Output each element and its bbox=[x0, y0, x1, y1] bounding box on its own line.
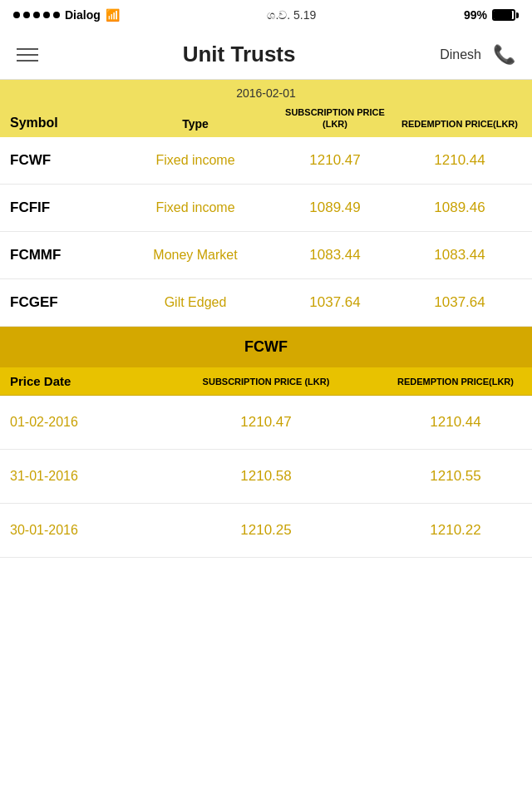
cell-sub: 1210.47 bbox=[273, 152, 397, 169]
table-date: 2016-02-01 bbox=[10, 86, 522, 103]
nav-bar: Unit Trusts Dinesh 📞 bbox=[0, 30, 532, 80]
table-row[interactable]: FCMMF Money Market 1083.44 1083.44 bbox=[0, 232, 532, 279]
signal-dots bbox=[13, 12, 60, 18]
detail-body: 01-02-2016 1210.47 1210.44 31-01-2016 12… bbox=[0, 396, 532, 558]
user-label: Dinesh bbox=[440, 47, 481, 62]
dcell-red: 1210.44 bbox=[389, 414, 522, 431]
table-row[interactable]: FCFIF Fixed income 1089.49 1089.46 bbox=[0, 185, 532, 232]
cell-symbol: FCGEF bbox=[10, 294, 118, 311]
table-header-area: 2016-02-01 Symbol Type SUBSCRIPTION PRIC… bbox=[0, 80, 532, 137]
cell-red: 1210.44 bbox=[397, 152, 522, 169]
dcol-sub-header: SUBSCRIPTION PRICE (LKR) bbox=[143, 376, 389, 387]
dcell-sub: 1210.47 bbox=[143, 414, 389, 431]
status-bar: Dialog 📶 ශ.ව. 5.19 99% bbox=[0, 0, 532, 30]
dcell-red: 1210.55 bbox=[389, 468, 522, 485]
detail-row[interactable]: 01-02-2016 1210.47 1210.44 bbox=[0, 396, 532, 450]
cell-symbol: FCWF bbox=[10, 152, 118, 169]
cell-symbol: FCFIF bbox=[10, 200, 118, 216]
battery-label: 99% bbox=[464, 8, 487, 22]
table-row[interactable]: FCWF Fixed income 1210.47 1210.44 bbox=[0, 137, 532, 185]
cell-sub: 1083.44 bbox=[273, 247, 397, 264]
col-symbol-header: Symbol bbox=[10, 116, 118, 131]
col-type-header: Type bbox=[118, 117, 273, 131]
dcol-red-header: REDEMPTION PRICE(LKR) bbox=[389, 376, 522, 387]
cell-red: 1089.46 bbox=[397, 200, 522, 216]
detail-symbol: FCWF bbox=[244, 338, 288, 355]
dcell-sub: 1210.58 bbox=[143, 468, 389, 485]
cell-red: 1083.44 bbox=[397, 247, 522, 264]
time-label: ශ.ව. 5.19 bbox=[267, 8, 316, 22]
detail-row[interactable]: 31-01-2016 1210.58 1210.55 bbox=[0, 450, 532, 504]
dcell-date: 31-01-2016 bbox=[10, 469, 143, 484]
phone-icon[interactable]: 📞 bbox=[493, 44, 515, 66]
cell-sub: 1037.64 bbox=[273, 294, 397, 311]
col-red-header: REDEMPTION PRICE(LKR) bbox=[397, 118, 522, 130]
cell-red: 1037.64 bbox=[397, 294, 522, 311]
battery-icon bbox=[492, 9, 519, 21]
table-header-row: Symbol Type SUBSCRIPTION PRICE (LKR) RED… bbox=[10, 103, 522, 137]
wifi-icon: 📶 bbox=[106, 8, 120, 22]
cell-sub: 1089.49 bbox=[273, 200, 397, 216]
status-left: Dialog 📶 bbox=[13, 8, 120, 22]
cell-symbol: FCMMF bbox=[10, 247, 118, 264]
table-row[interactable]: FCGEF Gilt Edged 1037.64 1037.64 bbox=[0, 279, 532, 327]
dcell-date: 30-01-2016 bbox=[10, 523, 143, 538]
cell-type: Fixed income bbox=[118, 153, 273, 168]
detail-row[interactable]: 30-01-2016 1210.25 1210.22 bbox=[0, 504, 532, 558]
page-title: Unit Trusts bbox=[183, 42, 296, 67]
carrier-label: Dialog bbox=[65, 8, 101, 22]
dcell-date: 01-02-2016 bbox=[10, 415, 143, 430]
nav-right: Dinesh 📞 bbox=[440, 44, 515, 66]
cell-type: Fixed income bbox=[118, 200, 273, 215]
menu-button[interactable] bbox=[17, 48, 38, 62]
table-body: FCWF Fixed income 1210.47 1210.44 FCFIF … bbox=[0, 137, 532, 327]
dcell-sub: 1210.25 bbox=[143, 522, 389, 539]
status-right: 99% bbox=[464, 8, 519, 22]
detail-header: FCWF bbox=[0, 327, 532, 367]
detail-col-header: Price Date SUBSCRIPTION PRICE (LKR) REDE… bbox=[0, 367, 532, 396]
cell-type: Gilt Edged bbox=[118, 295, 273, 310]
dcol-date-header: Price Date bbox=[10, 374, 143, 388]
cell-type: Money Market bbox=[118, 248, 273, 263]
dcell-red: 1210.22 bbox=[389, 522, 522, 539]
col-sub-header: SUBSCRIPTION PRICE (LKR) bbox=[273, 106, 397, 131]
